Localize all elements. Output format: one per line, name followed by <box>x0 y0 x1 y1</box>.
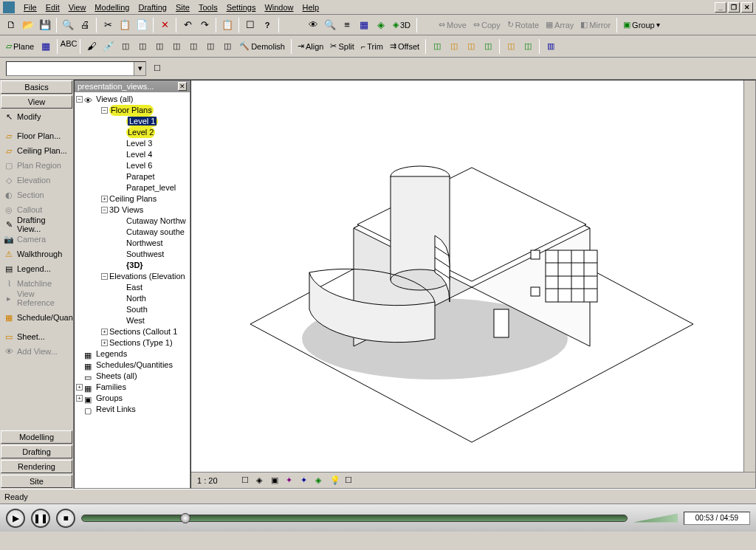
tree-level2[interactable]: Level 2 <box>75 127 190 138</box>
dropdown-icon[interactable]: ▾ <box>134 62 145 75</box>
addview-button[interactable]: 👁Add View... <box>1 344 72 359</box>
section-button[interactable]: ◐Section <box>1 188 72 202</box>
close-button[interactable]: ✕ <box>741 2 753 13</box>
tool-d[interactable]: ◫ <box>168 38 185 55</box>
tree-elev-north[interactable]: North <box>75 293 190 304</box>
paste-button[interactable]: 📄 <box>134 17 150 33</box>
move-button[interactable]: ⇔Move <box>436 20 470 30</box>
tool-a[interactable]: ◫ <box>117 38 134 55</box>
designbar-basics[interactable]: Basics <box>1 80 72 94</box>
tree-parapetlevel[interactable]: Parapet_level <box>75 182 190 193</box>
legend-button[interactable]: ▤Legend... <box>1 261 72 276</box>
crop-icon[interactable]: ✦ <box>286 475 296 486</box>
save-button[interactable]: 💾 <box>37 17 53 33</box>
tree-groups[interactable]: +▣Groups <box>75 393 190 404</box>
tree-legends[interactable]: ▦Legends <box>75 348 190 360</box>
tree-3d-default[interactable]: {3D} <box>75 260 190 271</box>
redo-button[interactable]: ↷ <box>196 17 213 33</box>
progress-bar[interactable] <box>81 515 628 522</box>
t2-a[interactable]: ◫ <box>429 38 445 55</box>
t2-d[interactable]: ◫ <box>480 38 496 55</box>
props-button[interactable]: 📋 <box>219 17 236 33</box>
restore-button[interactable]: ❐ <box>728 2 740 13</box>
help-button[interactable]: ? <box>259 17 275 33</box>
tree-families[interactable]: +▦Families <box>75 382 190 393</box>
tree-elevations[interactable]: −Elevations (Elevation <box>75 271 190 282</box>
menu-file[interactable]: File <box>19 1 41 13</box>
undo-button[interactable]: ↶ <box>179 17 196 33</box>
pause-button[interactable]: ❚❚ <box>31 509 50 528</box>
minimize-button[interactable]: _ <box>715 2 726 13</box>
tree-level1[interactable]: Level 1 <box>75 116 190 127</box>
new-button[interactable]: 🗋 <box>3 17 19 33</box>
scrollbar-vertical[interactable] <box>743 80 755 472</box>
element-props-button[interactable]: ☐ <box>149 61 165 77</box>
align-button[interactable]: ⇥Align <box>295 41 326 51</box>
t2-e[interactable]: ◫ <box>503 38 519 55</box>
copy-button[interactable]: 📋 <box>117 17 133 33</box>
tree-level6[interactable]: Level 6 <box>75 160 190 171</box>
matchline-button[interactable]: ⌇Matchline <box>1 276 72 291</box>
demolish-button[interactable]: 🔨Demolish <box>236 41 288 51</box>
tree-sections-type1[interactable]: +Sections (Type 1) <box>75 337 190 348</box>
menu-settings[interactable]: Settings <box>222 1 261 13</box>
sheet-button[interactable]: ▭Sheet... <box>1 329 72 344</box>
tool-b[interactable]: ◫ <box>134 38 151 55</box>
walkthrough-button[interactable]: ⚠Walkthrough <box>1 247 72 261</box>
temp-hide-icon[interactable]: ☐ <box>345 475 355 486</box>
tree-3d-nw[interactable]: Northwest <box>75 238 190 249</box>
type-selector[interactable]: ▾ <box>6 61 146 76</box>
group-button[interactable]: ▣Group▾ <box>620 20 663 30</box>
thin-lines-button[interactable]: ≡ <box>339 17 355 33</box>
view3d-button[interactable]: ◈3D <box>390 20 413 30</box>
scale-label[interactable]: 1 : 20 <box>197 476 218 485</box>
trim-button[interactable]: ⌐Trim <box>358 42 386 51</box>
tree-elev-west[interactable]: West <box>75 315 190 326</box>
zoom-button[interactable]: 🔍 <box>322 17 338 33</box>
tree-3d-cutawayn[interactable]: Cutaway Northw <box>75 216 190 227</box>
spell-button[interactable]: ABC <box>61 38 77 55</box>
menu-edit[interactable]: Edit <box>41 1 64 13</box>
tool-e[interactable]: ◫ <box>185 38 202 55</box>
menu-window[interactable]: Window <box>260 1 298 13</box>
planregion-button[interactable]: ▢Plan Region <box>1 158 72 173</box>
ceilingplan-button[interactable]: ▱Ceiling Plan... <box>1 143 72 158</box>
rotate-button[interactable]: ↻Rotate <box>504 20 542 30</box>
menu-view[interactable]: View <box>64 1 91 13</box>
stop-button[interactable]: ■ <box>56 509 75 528</box>
designbar-view[interactable]: View <box>1 95 72 109</box>
tree-elev-east[interactable]: East <box>75 282 190 293</box>
tree-sheets[interactable]: ▭Sheets (all) <box>75 371 190 382</box>
plane-button[interactable]: ▱Plane <box>3 41 37 51</box>
menu-tools[interactable]: Tools <box>194 1 222 13</box>
viewref-button[interactable]: ▸View Reference <box>1 291 72 306</box>
grid-button[interactable]: ▦ <box>38 38 54 55</box>
designbar-site[interactable]: Site <box>1 475 72 488</box>
copy-tool-button[interactable]: ⇔Copy <box>470 20 504 30</box>
box3d-button[interactable]: ◈ <box>373 17 389 33</box>
print-button[interactable]: 🖨 <box>77 17 93 33</box>
draftingview-button[interactable]: ✎Drafting View... <box>1 217 72 232</box>
tool-c[interactable]: ◫ <box>151 38 168 55</box>
tree-schedules[interactable]: ▦Schedules/Quantities <box>75 360 190 371</box>
menu-modelling[interactable]: Modelling <box>90 1 134 13</box>
tool-f[interactable]: ◫ <box>202 38 219 55</box>
modify-button[interactable]: ↖Modify <box>1 109 72 124</box>
tree-ceilingplans[interactable]: +Ceiling Plans <box>75 193 190 204</box>
tree-3dviews[interactable]: −3D Views <box>75 204 190 216</box>
tree-parapet[interactable]: Parapet <box>75 171 190 182</box>
designbar-modelling[interactable]: Modelling <box>1 430 72 444</box>
camera-button[interactable]: 📷Camera <box>1 232 72 247</box>
t2-f[interactable]: ◫ <box>520 38 536 55</box>
printpreview-button[interactable]: 🔍 <box>60 17 76 33</box>
play-button[interactable]: ▶ <box>6 509 25 528</box>
detail-level-icon[interactable]: ☐ <box>241 475 252 486</box>
t2-c[interactable]: ◫ <box>463 38 479 55</box>
tree-elev-south[interactable]: South <box>75 304 190 315</box>
elevation-button[interactable]: ◇Elevation <box>1 173 72 188</box>
volume-slider[interactable] <box>633 514 678 523</box>
designbar-drafting[interactable]: Drafting <box>1 445 72 458</box>
tree-3d-sw[interactable]: Southwest <box>75 249 190 260</box>
callout-button[interactable]: ◎Callout <box>1 202 72 217</box>
tree-revitlinks[interactable]: ▢Revit Links <box>75 404 190 415</box>
